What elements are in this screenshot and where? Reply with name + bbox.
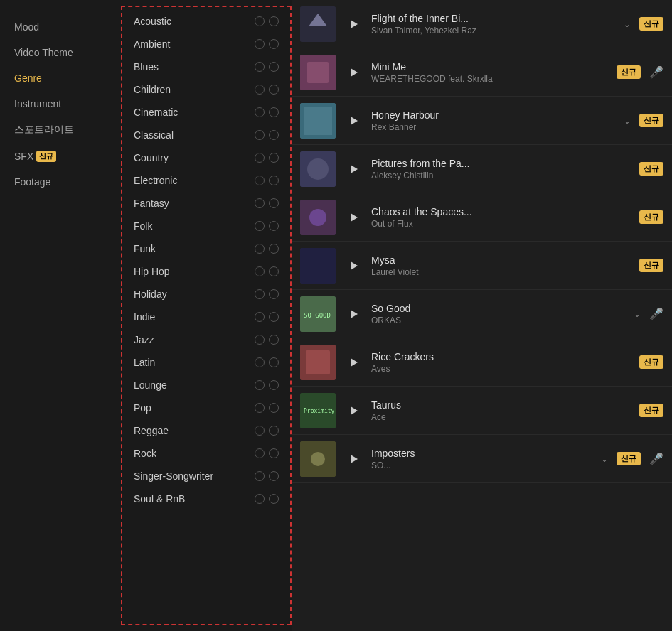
track-thumbnail [300,151,336,187]
svg-marker-19 [351,310,358,318]
play-button[interactable] [343,207,364,228]
track-info: Mini Me WEARETHEGOOD feat. Skrxlla [371,61,609,84]
genre-item-folk[interactable]: Folk [122,215,290,237]
genre-icons [255,16,279,26]
circle-icon-1 [255,266,265,276]
track-info: Pictures from the Pa... Aleksey Chistili… [371,158,632,180]
chevron-down-icon[interactable]: ⌄ [634,309,641,319]
mic-icon[interactable]: 🎤 [649,307,663,320]
genre-item-children[interactable]: Children [122,78,290,101]
genre-item-latin[interactable]: Latin [122,351,290,374]
track-thumbnail [300,200,336,235]
play-button[interactable] [343,303,364,325]
play-button[interactable] [343,110,364,131]
genre-item-acoustic[interactable]: Acoustic [122,10,290,33]
track-thumbnail [300,248,336,284]
track-thumbnail [300,345,336,380]
circle-icon-1 [255,335,265,345]
genre-item-rock[interactable]: Rock [122,442,290,465]
track-row: Proximity Taurus Ace 신규 [292,387,672,435]
track-info: Chaos at the Spaces... Out of Flux [371,206,632,229]
genre-icons [255,380,279,390]
genre-item-singer-songwriter[interactable]: Singer-Songwriter [122,465,290,487]
genre-label: Pop [134,402,255,414]
circle-icon-1 [255,39,265,49]
svg-point-13 [309,209,326,226]
sidebar-item-sfx[interactable]: SFX신규 [0,144,121,169]
play-button[interactable] [343,352,364,373]
track-row: Rice Crackers Aves 신규 [292,338,672,387]
sidebar-item-instrument[interactable]: Instrument [0,91,121,117]
genre-item-indie[interactable]: Indie [122,306,290,328]
track-actions: ⌄ 신규 🎤 [601,452,663,465]
genre-item-country[interactable]: Country [122,146,290,169]
svg-rect-15 [300,248,336,284]
genre-item-electronic[interactable]: Electronic [122,169,290,192]
genre-item-soul-&-rnb[interactable]: Soul & RnB [122,487,290,510]
sfx-label: SFX [14,151,33,162]
play-button[interactable] [343,14,364,35]
genre-item-funk[interactable]: Funk [122,237,290,260]
genre-label: Country [134,152,255,163]
track-actions: ⌄ 신규 [624,114,663,127]
genre-icons [255,85,279,95]
circle-icon-1 [255,85,265,95]
circle-icon-1 [255,357,265,367]
track-badge-new: 신규 [639,355,663,369]
genre-label: Children [134,84,255,95]
track-row: Mysa Laurel Violet 신규 [292,242,672,290]
genre-item-holiday[interactable]: Holiday [122,283,290,306]
track-title: Mini Me [371,61,609,72]
play-button[interactable] [343,255,364,276]
genre-item-cinematic[interactable]: Cinematic [122,101,290,124]
genre-item-classical[interactable]: Classical [122,124,290,146]
chevron-down-icon[interactable]: ⌄ [624,19,631,29]
track-title: Taurus [371,399,632,411]
genre-item-hip-hop[interactable]: Hip Hop [122,260,290,283]
circle-icon-2 [269,448,279,458]
mic-icon[interactable]: 🎤 [649,452,663,465]
genre-item-fantasy[interactable]: Fantasy [122,192,290,215]
chevron-down-icon[interactable]: ⌄ [601,454,608,464]
genre-panel: Acoustic Ambient Blues Children Cinemati… [121,6,292,625]
circle-icon-2 [269,335,279,345]
circle-icon-2 [269,62,279,72]
sidebar-item-스포트라이트[interactable]: 스포트라이트 [0,117,121,144]
track-artist: Sivan Talmor, Yehezkel Raz [371,26,617,36]
chevron-down-icon[interactable]: ⌄ [624,116,631,126]
circle-icon-1 [255,221,265,231]
genre-icons [255,198,279,208]
genre-item-ambient[interactable]: Ambient [122,33,290,55]
svg-marker-14 [351,213,358,222]
genre-icons [255,39,279,49]
circle-icon-2 [269,198,279,208]
sidebar-item-videotheme[interactable]: Video Theme [0,40,121,65]
track-title: Flight of the Inner Bi... [371,13,617,24]
mic-icon[interactable]: 🎤 [649,65,663,79]
sidebar-item-genre[interactable]: Genre [0,65,121,91]
track-row: Pictures from the Pa... Aleksey Chistili… [292,145,672,193]
circle-icon-2 [269,244,279,254]
track-artist: Laurel Violet [371,267,632,277]
play-button[interactable] [343,62,364,83]
genre-item-lounge[interactable]: Lounge [122,374,290,397]
play-button[interactable] [343,400,364,421]
circle-icon-1 [255,244,265,254]
svg-marker-22 [351,358,358,367]
genre-icons [255,335,279,345]
genre-item-pop[interactable]: Pop [122,397,290,419]
track-badge-new: 신규 [617,452,641,465]
sidebar-item-footage[interactable]: Footage [0,169,121,195]
play-button[interactable] [343,448,364,470]
genre-icons [255,471,279,481]
genre-item-jazz[interactable]: Jazz [122,328,290,351]
track-badge-new: 신규 [639,259,663,272]
play-button[interactable] [343,158,364,180]
sidebar-item-mood[interactable]: Mood [0,14,121,40]
circle-icon-2 [269,471,279,481]
genre-item-reggae[interactable]: Reggae [122,419,290,442]
svg-rect-21 [306,350,330,374]
track-actions: ⌄ 신규 [624,17,663,31]
genre-label: Classical [134,129,255,141]
genre-item-blues[interactable]: Blues [122,55,290,78]
